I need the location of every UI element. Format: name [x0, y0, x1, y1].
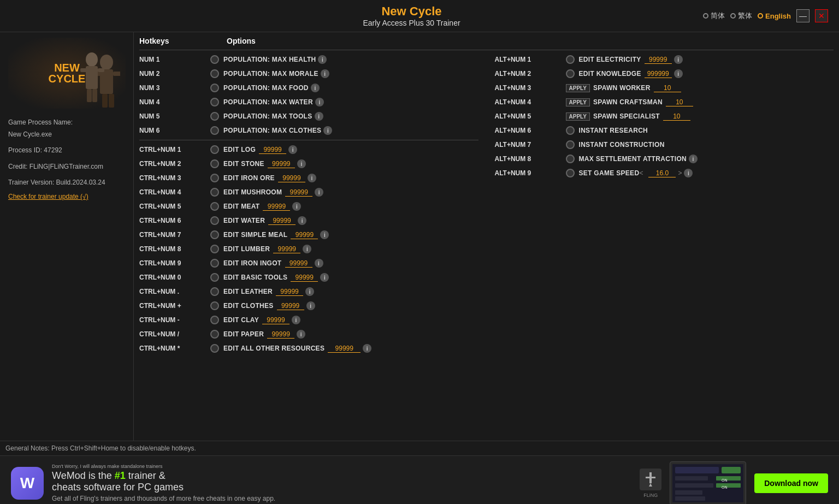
value-altnum5[interactable]: 10	[663, 112, 690, 121]
info-ctrlnum9[interactable]: i	[315, 259, 323, 268]
info-altnum2[interactable]: i	[674, 69, 683, 78]
label-ctrlnum9: EDIT IRON INGOT	[223, 259, 282, 267]
toggle-num3[interactable]	[210, 84, 219, 92]
toggle-ctrlnum1[interactable]	[210, 145, 219, 154]
lang-simplified[interactable]: 简体	[703, 11, 725, 21]
close-button[interactable]: ✕	[815, 9, 828, 22]
label-altnum4: SPAWN CRAFTSMAN	[593, 98, 663, 106]
value-altnum2[interactable]: 999999	[645, 70, 672, 78]
toggle-num1[interactable]	[210, 55, 219, 64]
hotkey-ctrlnum2: CTRL+NUM 2	[139, 160, 210, 168]
info-num3[interactable]: i	[311, 84, 320, 92]
lang-label-simplified: 简体	[711, 11, 725, 21]
value-ctrlnum4[interactable]: 99999	[285, 188, 312, 197]
header: New Cycle Early Access Plus 30 Trainer 简…	[0, 0, 839, 32]
toggle-ctrlnumdot[interactable]	[210, 287, 219, 296]
info-num2[interactable]: i	[321, 69, 329, 78]
toggle-ctrlnumplus[interactable]	[210, 301, 219, 310]
lang-english[interactable]: English	[758, 12, 791, 20]
svg-rect-17	[722, 467, 741, 473]
info-ctrlnum5[interactable]: i	[292, 202, 301, 211]
value-ctrlnum6[interactable]: 99999	[268, 217, 296, 225]
toggle-altnum6[interactable]	[566, 126, 575, 135]
option-ctrlnum2: CTRL+NUM 2 EDIT STONE 99999 i	[139, 157, 478, 171]
svg-text:ON: ON	[722, 485, 728, 489]
toggle-ctrlnum9[interactable]	[210, 259, 219, 268]
toggle-ctrlnum8[interactable]	[210, 245, 219, 253]
apply-spawn-worker[interactable]: APPLY	[566, 84, 590, 92]
speed-arrow-left[interactable]: <	[639, 169, 643, 177]
value-ctrlnum1[interactable]: 99999	[259, 146, 286, 154]
toggle-ctrlnumslash[interactable]	[210, 330, 219, 339]
info-ctrlnum6[interactable]: i	[298, 216, 306, 225]
value-altnum4[interactable]: 10	[666, 98, 693, 106]
value-ctrlnum9[interactable]: 99999	[285, 259, 312, 268]
toggle-num6[interactable]	[210, 126, 219, 135]
info-ctrlnum2[interactable]: i	[297, 159, 306, 168]
value-altnum1[interactable]: 99999	[645, 56, 672, 64]
toggle-num4[interactable]	[210, 98, 219, 106]
ad-text: WeMod is the #1 trainer & cheats softwar…	[52, 470, 631, 502]
toggle-ctrlnum7[interactable]	[210, 230, 219, 239]
option-ctrlnum0: CTRL+NUM 0 EDIT BASIC TOOLS 99999 i	[139, 270, 478, 284]
left-options-col: NUM 1 POPULATION: MAX HEALTH i NUM 2 POP…	[139, 52, 489, 355]
toggle-ctrlnum2[interactable]	[210, 159, 219, 168]
toggle-ctrlnum5[interactable]	[210, 202, 219, 211]
info-ctrlnum7[interactable]: i	[320, 230, 329, 239]
info-ctrlnum3[interactable]: i	[308, 174, 316, 182]
value-ctrlnumslash[interactable]: 99999	[267, 330, 294, 339]
info-ctrlnumdot[interactable]: i	[305, 287, 314, 296]
info-altnum8[interactable]: i	[689, 155, 698, 163]
label-ctrlnum7: EDIT SIMPLE MEAL	[223, 231, 287, 239]
toggle-ctrlnum0[interactable]	[210, 273, 219, 282]
value-ctrlnumplus[interactable]: 99999	[277, 302, 304, 310]
lang-traditional[interactable]: 繁体	[730, 11, 752, 21]
value-ctrlnum5[interactable]: 99999	[263, 203, 290, 211]
info-num6[interactable]: i	[323, 126, 332, 135]
toggle-ctrlnum4[interactable]	[210, 188, 219, 197]
value-ctrlnum3[interactable]: 99999	[278, 174, 305, 182]
speed-value[interactable]: 16.0	[648, 169, 676, 177]
toggle-altnum8[interactable]	[566, 155, 575, 163]
download-button[interactable]: Download now	[754, 473, 828, 493]
info-altnum9[interactable]: i	[684, 169, 693, 177]
value-altnum3[interactable]: 10	[654, 84, 681, 92]
apply-spawn-craftsman[interactable]: APPLY	[566, 98, 590, 106]
toggle-ctrlnum6[interactable]	[210, 216, 219, 225]
speed-arrow-right[interactable]: >	[678, 169, 682, 177]
toggle-ctrlnumstar[interactable]	[210, 344, 219, 353]
toggle-altnum2[interactable]	[566, 69, 575, 78]
info-altnum1[interactable]: i	[674, 55, 683, 64]
toggle-altnum9[interactable]	[566, 169, 575, 177]
value-ctrlnumminus[interactable]: 99999	[262, 316, 289, 324]
value-ctrlnumstar[interactable]: 99999	[328, 345, 361, 353]
info-num1[interactable]: i	[318, 55, 327, 64]
label-num3: POPULATION: MAX FOOD	[223, 84, 309, 92]
check-update-link[interactable]: Check for trainer update (√)	[8, 191, 125, 203]
fling-label: FLiNG	[643, 493, 658, 498]
toggle-ctrlnum3[interactable]	[210, 174, 219, 182]
info-ctrlnumminus[interactable]: i	[292, 316, 300, 324]
info-ctrlnum8[interactable]: i	[303, 245, 311, 253]
value-ctrlnum8[interactable]: 99999	[273, 245, 300, 253]
toggle-num5[interactable]	[210, 112, 219, 121]
info-ctrlnum1[interactable]: i	[288, 145, 297, 154]
toggle-num2[interactable]	[210, 69, 219, 78]
info-ctrlnumplus[interactable]: i	[306, 301, 315, 310]
toggle-altnum7[interactable]	[566, 140, 575, 149]
toggle-altnum1[interactable]	[566, 55, 575, 64]
value-ctrlnumdot[interactable]: 99999	[276, 288, 303, 296]
value-ctrlnum7[interactable]: 99999	[291, 231, 318, 239]
value-ctrlnum0[interactable]: 99999	[291, 274, 318, 282]
apply-spawn-specialist[interactable]: APPLY	[566, 112, 590, 121]
svg-rect-4	[102, 94, 108, 108]
value-ctrlnum2[interactable]: 99999	[268, 160, 295, 168]
minimize-button[interactable]: —	[796, 9, 810, 22]
toggle-ctrlnumminus[interactable]	[210, 316, 219, 324]
info-num4[interactable]: i	[315, 98, 324, 106]
info-ctrlnum4[interactable]: i	[315, 188, 323, 197]
info-ctrlnumstar[interactable]: i	[363, 344, 371, 353]
info-num5[interactable]: i	[315, 112, 323, 121]
info-ctrlnum0[interactable]: i	[320, 273, 329, 282]
info-ctrlnumslash[interactable]: i	[297, 330, 305, 339]
